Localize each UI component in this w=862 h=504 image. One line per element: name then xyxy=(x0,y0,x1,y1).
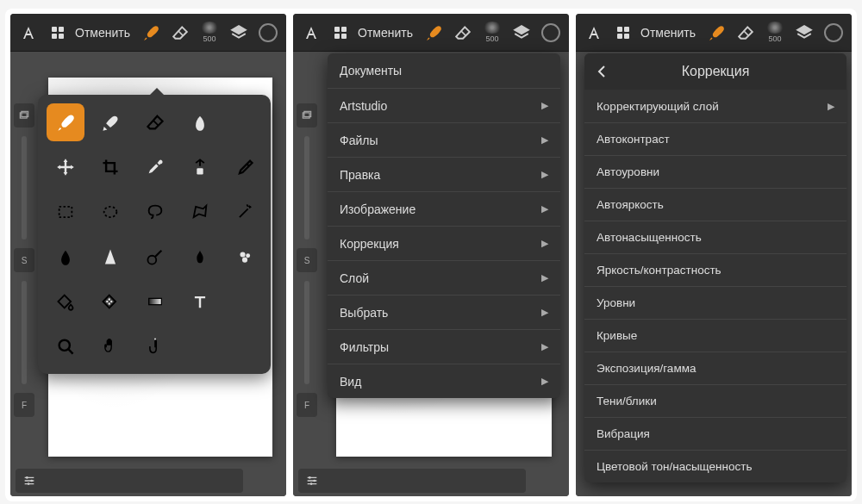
rail-layers-icon[interactable] xyxy=(14,103,34,128)
rect-select-tool[interactable] xyxy=(47,193,84,231)
sponge-tool[interactable] xyxy=(226,238,264,276)
wet-brush-tool[interactable] xyxy=(91,103,129,141)
brush-tool-icon[interactable] xyxy=(138,17,164,48)
menu-item[interactable]: Автоуровни xyxy=(584,155,846,188)
text-tool[interactable] xyxy=(181,283,219,320)
menu-item[interactable]: Корректирующий слой▶ xyxy=(584,90,846,122)
app-logo-icon[interactable] xyxy=(581,17,607,48)
tool-grid-popup xyxy=(38,95,271,374)
menu-item[interactable]: Уровни xyxy=(584,286,846,319)
back-button[interactable] xyxy=(584,64,619,79)
color-swatch[interactable] xyxy=(821,17,846,48)
flow-slider[interactable] xyxy=(304,281,309,384)
left-rail: S F xyxy=(14,103,34,417)
menu-item-label: Уровни xyxy=(597,296,635,309)
brush-tool-icon[interactable] xyxy=(703,17,729,48)
gradient-tool[interactable] xyxy=(136,283,174,320)
undo-button[interactable]: Отменить xyxy=(640,17,696,48)
menu-item[interactable]: Кривые xyxy=(584,319,846,352)
menu-item[interactable]: Artstudio▶ xyxy=(328,88,560,122)
dodge-tool[interactable] xyxy=(136,238,174,276)
flow-label: F xyxy=(297,393,317,417)
topbar: Отменить 500 xyxy=(576,14,852,52)
pattern-tool[interactable] xyxy=(91,283,129,320)
blur-tool[interactable] xyxy=(47,238,84,276)
menu-item[interactable]: Экспозиция/гамма xyxy=(584,352,846,384)
menu-item[interactable]: Вибрация xyxy=(584,417,846,450)
menu-item[interactable]: Автояркость xyxy=(584,188,846,221)
menu-item[interactable]: Файлы▶ xyxy=(328,122,560,157)
brush-preview-icon xyxy=(765,22,784,34)
canvas-area[interactable]: S F xyxy=(10,52,286,496)
menu-item[interactable]: Фильтры▶ xyxy=(328,329,560,364)
size-slider[interactable] xyxy=(304,136,309,240)
eraser-tool[interactable] xyxy=(136,103,174,141)
eraser-tool-icon[interactable] xyxy=(733,17,759,48)
menu-item[interactable]: Цветовой тон/насыщенность xyxy=(584,450,846,482)
magic-wand-tool[interactable] xyxy=(226,193,264,231)
poly-lasso-tool[interactable] xyxy=(181,193,219,231)
rail-layers-icon[interactable] xyxy=(297,103,317,128)
brush-tool-icon[interactable] xyxy=(421,17,447,48)
color-swatch[interactable] xyxy=(255,17,281,48)
flow-label: F xyxy=(14,393,34,417)
app-logo-icon[interactable] xyxy=(16,17,41,48)
submenu-arrow-icon: ▶ xyxy=(541,272,548,283)
flow-slider[interactable] xyxy=(22,281,27,384)
lasso-tool[interactable] xyxy=(136,193,174,231)
menu-item[interactable]: Яркость/контрастность xyxy=(584,253,846,286)
undo-button[interactable]: Отменить xyxy=(74,17,131,48)
sharpen-tool[interactable] xyxy=(91,238,129,276)
brush-tool[interactable] xyxy=(47,103,84,141)
layers-icon[interactable] xyxy=(791,17,817,48)
brush-size-indicator[interactable]: 500 xyxy=(479,17,505,48)
menu-item[interactable]: Автоконтраст xyxy=(584,122,846,155)
menu-item[interactable]: Автонасыщенность xyxy=(584,221,846,253)
submenu-arrow-icon: ▶ xyxy=(541,376,548,387)
canvas-area[interactable]: S F ДокументыArtstudio▶Файлы▶Правка▶Изоб… xyxy=(293,52,569,496)
color-swatch[interactable] xyxy=(538,17,564,48)
eraser-tool-icon[interactable] xyxy=(450,17,476,48)
menu-item[interactable]: Выбрать▶ xyxy=(328,295,560,329)
brush-size-indicator[interactable]: 500 xyxy=(762,17,788,48)
menu-grid-icon[interactable] xyxy=(45,17,71,48)
smudge-tool[interactable] xyxy=(181,103,219,141)
menu-item-label: Файлы xyxy=(340,134,378,147)
menu-item[interactable]: Вид▶ xyxy=(328,364,560,398)
menu-item[interactable]: Коррекция▶ xyxy=(328,226,560,260)
submenu-arrow-icon: ▶ xyxy=(541,238,548,249)
menu-item[interactable]: Документы xyxy=(328,53,560,88)
menu-item[interactable]: Тени/блики xyxy=(584,384,846,417)
menu-item-label: Тени/блики xyxy=(597,395,657,408)
main-menu-popup: ДокументыArtstudio▶Файлы▶Правка▶Изображе… xyxy=(328,53,560,398)
bottom-settings-bar[interactable] xyxy=(298,469,526,493)
menu-item[interactable]: Изображение▶ xyxy=(328,191,560,226)
brush-size-indicator[interactable]: 500 xyxy=(197,17,222,48)
bottom-settings-bar[interactable] xyxy=(16,469,243,493)
layers-icon[interactable] xyxy=(509,17,534,48)
pan-tool[interactable] xyxy=(91,327,129,365)
eyedropper-tool[interactable] xyxy=(136,148,174,186)
app-logo-icon[interactable] xyxy=(298,17,324,48)
bucket-tool[interactable] xyxy=(47,283,84,320)
menu-grid-icon[interactable] xyxy=(610,17,636,48)
screen-tools: Отменить 500 S F xyxy=(10,14,286,496)
menu-item[interactable]: Слой▶ xyxy=(328,260,560,295)
eraser-tool-icon[interactable] xyxy=(167,17,193,48)
crop-tool[interactable] xyxy=(91,148,129,186)
menu-item-label: Коррекция xyxy=(340,237,399,251)
heal-tool[interactable] xyxy=(226,148,264,186)
brush-size-value: 500 xyxy=(203,34,216,43)
menu-grid-icon[interactable] xyxy=(328,17,353,48)
layers-icon[interactable] xyxy=(226,17,252,48)
move-tool[interactable] xyxy=(47,148,84,186)
size-slider[interactable] xyxy=(22,136,27,240)
undo-button[interactable]: Отменить xyxy=(357,17,414,48)
touch-tool[interactable] xyxy=(136,327,174,365)
zoom-tool[interactable] xyxy=(47,327,84,365)
ellipse-select-tool[interactable] xyxy=(91,193,129,231)
menu-item[interactable]: Правка▶ xyxy=(328,157,560,191)
canvas-area[interactable]: Коррекция Корректирующий слой▶Автоконтра… xyxy=(576,52,852,496)
clone-tool[interactable] xyxy=(181,148,219,186)
burn-tool[interactable] xyxy=(181,238,219,276)
